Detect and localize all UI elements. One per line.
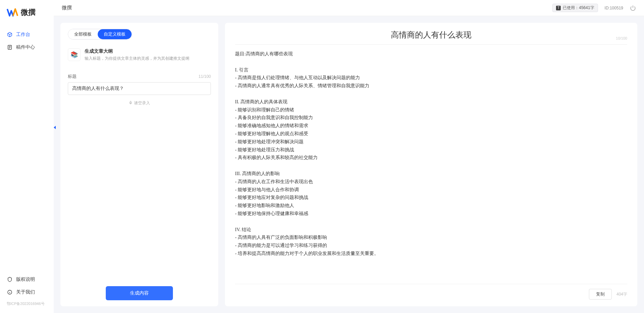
usage-value: 45641字 [579, 5, 594, 11]
nav-label: 版权说明 [16, 276, 35, 282]
logo-text: 微撰 [21, 7, 36, 17]
output-footer: 复制 404字 [235, 284, 627, 300]
title-char-count: 11/100 [198, 74, 211, 79]
template-title: 生成文章大纲 [85, 48, 189, 54]
page-title: 微撰 [62, 5, 72, 11]
template-card: 📚 生成文章大纲 输入标题，为你提供文章主体的灵感，并为其创建推文提纲 [68, 46, 211, 67]
input-panel: 全部模板 自定义模板 📚 生成文章大纲 输入标题，为你提供文章主体的灵感，并为其… [60, 23, 218, 306]
tab-all-templates[interactable]: 全部模板 [68, 29, 98, 39]
icp-text: 鄂ICP备2022016946号 [0, 299, 54, 306]
tab-custom-templates[interactable]: 自定义模板 [98, 29, 132, 39]
logo: 微撰 [0, 7, 54, 28]
topbar: 微撰 T 已使用： 45641字 ID:100519 [54, 0, 644, 16]
document-icon [7, 44, 13, 50]
output-panel: 高情商的人有什么表现 10/100 题目:高情商的人有哪些表现 I. 引言 - … [225, 23, 637, 306]
output-header: 高情商的人有什么表现 10/100 [235, 30, 627, 45]
title-input[interactable] [68, 82, 211, 95]
output-body[interactable]: 题目:高情商的人有哪些表现 I. 引言 - 高情商是指人们处理情绪、与他人互动以… [235, 45, 627, 284]
sidebar-bottom: 版权说明 关于我们 [0, 273, 54, 299]
title-field-row: 标题 11/100 [68, 73, 211, 80]
power-icon[interactable] [630, 5, 636, 11]
voice-hint: 请空录入 [134, 100, 150, 106]
template-icon: 📚 [68, 48, 81, 61]
svg-rect-8 [130, 101, 131, 103]
nav-item-copyright[interactable]: 版权说明 [7, 273, 47, 286]
generate-button[interactable]: 生成内容 [106, 286, 173, 300]
shield-icon [7, 276, 13, 282]
mic-icon [129, 101, 133, 106]
nav-item-about[interactable]: 关于我们 [7, 286, 47, 299]
nav-label: 关于我们 [16, 289, 35, 295]
nav-item-drafts[interactable]: 稿件中心 [0, 41, 54, 54]
logo-icon [7, 7, 18, 18]
sidebar: 微撰 工作台 稿件中心 版权说明 [0, 0, 54, 313]
cube-icon [7, 32, 13, 38]
output-title: 高情商的人有什么表现 [235, 30, 627, 40]
nav-item-workspace[interactable]: 工作台 [0, 28, 54, 41]
template-desc: 输入标题，为你提供文章主体的灵感，并为其创建推文提纲 [85, 56, 189, 61]
text-icon: T [556, 6, 561, 10]
user-id: ID:100519 [605, 6, 623, 10]
output-top-count: 10/100 [616, 36, 627, 40]
sidebar-collapse-handle[interactable] [52, 124, 57, 131]
output-char-count: 404字 [616, 292, 627, 297]
voice-input-row[interactable]: 请空录入 [68, 95, 211, 111]
template-tabs: 全部模板 自定义模板 [68, 29, 132, 40]
nav-label: 工作台 [16, 32, 30, 38]
main: 微撰 T 已使用： 45641字 ID:100519 全部模板 自定义模板 📚 [54, 0, 644, 313]
content: 全部模板 自定义模板 📚 生成文章大纲 输入标题，为你提供文章主体的灵感，并为其… [54, 16, 644, 313]
title-label: 标题 [68, 73, 77, 80]
usage-badge[interactable]: T 已使用： 45641字 [552, 4, 598, 12]
info-icon [7, 289, 13, 295]
copy-button[interactable]: 复制 [589, 289, 612, 300]
usage-prefix: 已使用： [563, 5, 579, 11]
nav-label: 稿件中心 [16, 44, 35, 50]
nav: 工作台 稿件中心 [0, 28, 54, 273]
